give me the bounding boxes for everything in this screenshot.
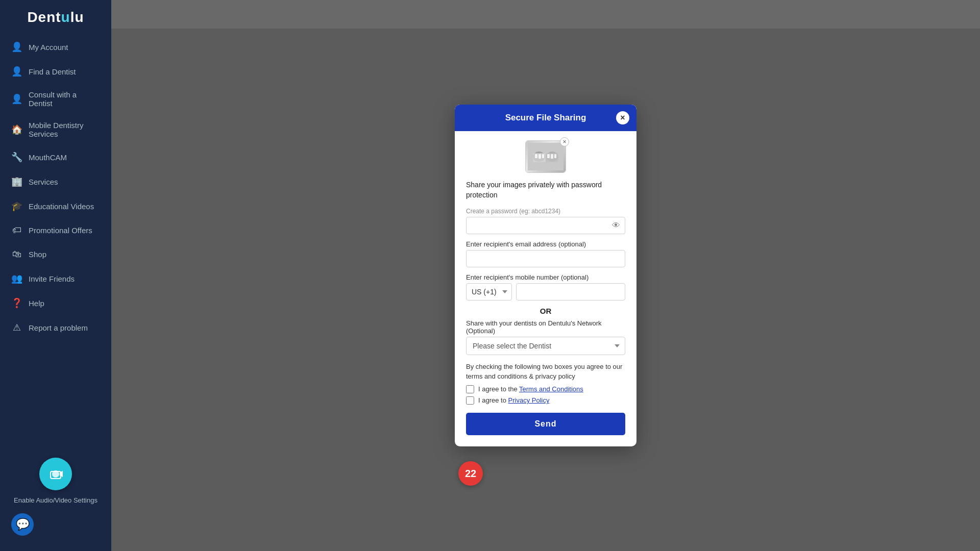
- mobile-dentistry-icon: 🏠: [11, 124, 22, 135]
- sidebar-label-report-problem: Report a problem: [29, 323, 88, 332]
- email-input[interactable]: [466, 250, 625, 267]
- modal-close-button[interactable]: ×: [616, 111, 629, 124]
- promotional-icon: 🏷: [11, 225, 22, 236]
- terms-conditions-label: I agree to the Terms and Conditions: [478, 385, 583, 393]
- svg-rect-13: [554, 154, 556, 158]
- svg-rect-9: [538, 154, 541, 159]
- account-icon: 👤: [11, 41, 22, 53]
- secure-file-sharing-modal: Secure File Sharing ×: [455, 105, 636, 446]
- email-input-wrap: [466, 250, 625, 267]
- shop-icon: 🛍: [11, 249, 22, 260]
- sidebar-label-educational-videos: Educational Videos: [29, 202, 94, 211]
- privacy-policy-label: I agree to Privacy Policy: [478, 396, 549, 404]
- sidebar-item-consult-dentist[interactable]: 👤 Consult with a Dentist: [0, 84, 111, 114]
- privacy-policy-checkbox[interactable]: [466, 396, 474, 405]
- modal-header: Secure File Sharing ×: [455, 105, 636, 131]
- mouthcam-icon: 🔧: [11, 152, 22, 163]
- notification-count: 22: [465, 468, 476, 480]
- app-name: Dentulu: [27, 9, 84, 26]
- find-dentist-icon: 👤: [11, 66, 22, 77]
- terms-section: By checking the following two boxes you …: [466, 362, 625, 404]
- sidebar-label-my-account: My Account: [29, 43, 68, 52]
- sidebar-item-find-dentist[interactable]: 👤 Find a Dentist: [0, 59, 111, 84]
- sidebar-label-services: Services: [29, 178, 58, 186]
- sidebar-item-my-account[interactable]: 👤 My Account: [0, 35, 111, 59]
- send-button[interactable]: Send: [466, 413, 625, 435]
- sidebar-logo: Dentulu: [0, 0, 111, 31]
- sidebar-label-mobile-dentistry: Mobile Dentistry Services: [29, 121, 100, 138]
- sidebar-item-mobile-dentistry[interactable]: 🏠 Mobile Dentistry Services: [0, 114, 111, 145]
- terms-text: By checking the following two boxes you …: [466, 362, 625, 381]
- password-hint: (eg: abcd1234): [519, 208, 560, 215]
- svg-rect-11: [547, 154, 550, 158]
- modal-body: × Share your images privately with passw…: [455, 131, 636, 446]
- chat-icon: 💬: [16, 518, 30, 531]
- sidebar-item-mouthcam[interactable]: 🔧 MouthCAM: [0, 145, 111, 169]
- modal-title: Secure File Sharing: [505, 113, 586, 122]
- sidebar-label-find-dentist: Find a Dentist: [29, 67, 76, 76]
- sidebar-nav: 👤 My Account 👤 Find a Dentist 👤 Consult …: [0, 35, 111, 448]
- password-input-wrap: 👁: [466, 217, 625, 234]
- share-description: Share your images privately with passwor…: [466, 180, 625, 200]
- help-icon: ❓: [11, 297, 22, 309]
- sidebar-item-educational-videos[interactable]: 🎓 Educational Videos: [0, 194, 111, 218]
- modal-overlay: Secure File Sharing ×: [111, 0, 980, 551]
- chat-button[interactable]: 💬: [11, 513, 34, 536]
- sidebar-item-promotional-offers[interactable]: 🏷 Promotional Offers: [0, 218, 111, 242]
- svg-rect-12: [551, 154, 553, 159]
- privacy-checkbox-row: I agree to Privacy Policy: [466, 396, 625, 405]
- services-icon: 🏢: [11, 176, 22, 187]
- country-code-select[interactable]: US (+1): [466, 283, 512, 300]
- terms-conditions-link[interactable]: Terms and Conditions: [519, 385, 583, 393]
- logo-accent: u: [61, 9, 70, 25]
- invite-icon: 👥: [11, 273, 22, 284]
- sidebar-label-promotional-offers: Promotional Offers: [29, 226, 92, 235]
- image-preview: [525, 140, 566, 173]
- sidebar-item-services[interactable]: 🏢 Services: [0, 169, 111, 194]
- enable-av-label: Enable Audio/Video Settings: [14, 496, 97, 504]
- sidebar: Dentulu 👤 My Account 👤 Find a Dentist 👤 …: [0, 0, 111, 551]
- report-icon: ⚠: [11, 322, 22, 333]
- preview-image: [526, 141, 566, 172]
- svg-rect-10: [542, 154, 544, 158]
- educational-icon: 🎓: [11, 201, 22, 212]
- image-preview-container: ×: [466, 140, 625, 173]
- dentist-share-label: Share with your dentists on Dentulu's Ne…: [466, 319, 625, 335]
- or-divider: OR: [466, 307, 625, 315]
- terms-conditions-checkbox[interactable]: [466, 385, 474, 393]
- sidebar-item-shop[interactable]: 🛍 Shop: [0, 242, 111, 266]
- image-remove-button[interactable]: ×: [560, 137, 569, 146]
- password-input[interactable]: [466, 217, 625, 234]
- svg-rect-8: [535, 154, 537, 158]
- sidebar-label-consult-dentist: Consult with a Dentist: [29, 90, 100, 108]
- dentist-select-wrap: Please select the Dentist: [466, 337, 625, 355]
- sidebar-label-mouthcam: MouthCAM: [29, 153, 67, 162]
- camera-settings-button[interactable]: [39, 458, 72, 490]
- privacy-policy-link[interactable]: Privacy Policy: [508, 396, 550, 404]
- password-label: Create a password (eg: abcd1234): [466, 207, 625, 215]
- terms-checkbox-row: I agree to the Terms and Conditions: [466, 385, 625, 393]
- consult-icon: 👤: [11, 93, 22, 105]
- email-label: Enter recipient's email address (optiona…: [466, 240, 625, 248]
- sidebar-label-shop: Shop: [29, 250, 46, 259]
- sidebar-item-help[interactable]: ❓ Help: [0, 291, 111, 315]
- sidebar-label-invite-friends: Invite Friends: [29, 274, 75, 283]
- sidebar-item-report-problem[interactable]: ⚠ Report a problem: [0, 315, 111, 340]
- dentist-select[interactable]: Please select the Dentist: [466, 337, 625, 355]
- toggle-password-icon[interactable]: 👁: [612, 221, 620, 230]
- phone-row: US (+1): [466, 283, 625, 300]
- phone-input[interactable]: [516, 283, 625, 300]
- sidebar-item-invite-friends[interactable]: 👥 Invite Friends: [0, 266, 111, 291]
- sidebar-bottom: Enable Audio/Video Settings 💬: [0, 448, 111, 551]
- sidebar-label-help: Help: [29, 299, 44, 308]
- notification-badge: 22: [458, 461, 483, 486]
- phone-label: Enter recipient's mobile number (optiona…: [466, 273, 625, 281]
